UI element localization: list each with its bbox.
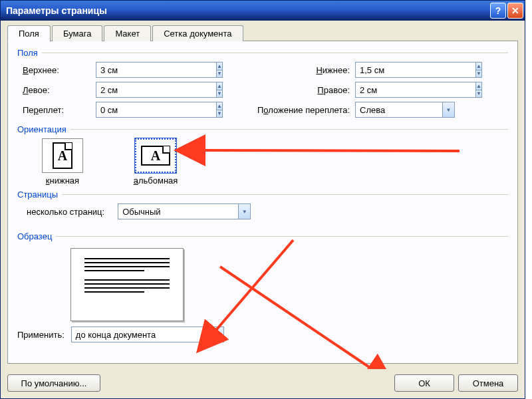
- orientation-portrait-button[interactable]: A книжная: [29, 138, 96, 186]
- help-icon: ?: [495, 5, 501, 16]
- right-margin-field[interactable]: [355, 82, 475, 98]
- page-setup-dialog: Параметры страницы ? ✕ Поля Бумага Макет…: [0, 0, 525, 399]
- gutter-spinner[interactable]: ▲ ▼: [216, 102, 223, 118]
- spinner-down-icon[interactable]: ▼: [476, 90, 481, 98]
- section-preview-label: Образец: [17, 231, 508, 241]
- tabpanel-fields: Поля Верхнее: ▲ ▼ Нижнее: ▲: [7, 41, 518, 364]
- apply-to-select[interactable]: до конца документа ▼: [71, 327, 224, 342]
- default-button[interactable]: По умолчанию...: [7, 374, 100, 392]
- section-pages-label: Страницы: [17, 190, 508, 200]
- titlebar: Параметры страницы ? ✕: [1, 1, 525, 21]
- left-margin-label: Левое:: [23, 85, 96, 95]
- right-margin-spinner[interactable]: ▲ ▼: [475, 82, 482, 98]
- tabstrip: Поля Бумага Макет Сетка документа: [7, 25, 518, 41]
- gutter-position-select[interactable]: Слева ▼: [355, 102, 455, 118]
- gutter-position-label: Положение переплета:: [235, 105, 355, 115]
- apply-row: Применить: до конца документа ▼: [17, 327, 508, 342]
- chevron-down-icon[interactable]: ▼: [442, 102, 454, 117]
- top-margin-spinner[interactable]: ▲ ▼: [216, 62, 223, 78]
- gutter-input[interactable]: ▲ ▼: [96, 102, 196, 118]
- gutter-field[interactable]: [96, 102, 216, 118]
- close-button[interactable]: ✕: [507, 3, 523, 19]
- section-orientation-label: Ориентация: [17, 124, 508, 134]
- left-margin-input[interactable]: ▲ ▼: [96, 82, 196, 98]
- section-margins-label: Поля: [17, 48, 508, 58]
- chevron-down-icon[interactable]: ▼: [238, 204, 250, 219]
- preview-page-thumbnail: [70, 248, 184, 321]
- gutter-label: Переплет:: [23, 105, 96, 115]
- multi-pages-select[interactable]: Обычный ▼: [118, 203, 251, 219]
- margins-grid: Верхнее: ▲ ▼ Нижнее: ▲ ▼: [23, 62, 508, 118]
- dialog-content: Поля Бумага Макет Сетка документа Поля В…: [1, 21, 525, 369]
- spinner-down-icon[interactable]: ▼: [476, 70, 481, 78]
- spinner-down-icon[interactable]: ▼: [217, 90, 222, 98]
- spinner-up-icon[interactable]: ▲: [217, 63, 222, 70]
- tab-layout[interactable]: Макет: [104, 25, 151, 41]
- bottom-margin-input[interactable]: ▲ ▼: [355, 62, 455, 78]
- cancel-button[interactable]: Отмена: [458, 374, 518, 392]
- gutter-position-value: Слева: [356, 102, 442, 117]
- apply-label: Применить:: [17, 330, 65, 340]
- right-margin-label: Правое:: [235, 85, 355, 95]
- spinner-down-icon[interactable]: ▼: [217, 70, 222, 78]
- tab-paper[interactable]: Бумага: [52, 25, 102, 41]
- help-button[interactable]: ?: [490, 3, 506, 19]
- spinner-down-icon[interactable]: ▼: [217, 110, 222, 118]
- chevron-down-icon[interactable]: ▼: [211, 327, 223, 342]
- multi-pages-value: Обычный: [118, 204, 238, 219]
- spinner-up-icon[interactable]: ▲: [217, 82, 222, 90]
- top-margin-field[interactable]: [96, 62, 216, 78]
- orientation-row: A книжная A альбомная: [29, 138, 508, 186]
- close-icon: ✕: [511, 5, 519, 16]
- spinner-up-icon[interactable]: ▲: [476, 63, 481, 70]
- bottom-margin-label: Нижнее:: [235, 65, 355, 75]
- tab-docgrid[interactable]: Сетка документа: [152, 25, 243, 41]
- bottom-margin-field[interactable]: [355, 62, 475, 78]
- left-margin-field[interactable]: [96, 82, 216, 98]
- tab-fields[interactable]: Поля: [7, 25, 51, 42]
- preview-area: [17, 248, 508, 321]
- spinner-up-icon[interactable]: ▲: [476, 82, 481, 90]
- multi-pages-label: несколько страниц:: [27, 207, 104, 217]
- pages-row: несколько страниц: Обычный ▼: [27, 203, 508, 219]
- portrait-icon: A: [42, 138, 83, 173]
- dialog-button-bar: По умолчанию... ОК Отмена: [1, 369, 525, 398]
- bottom-margin-spinner[interactable]: ▲ ▼: [475, 62, 482, 78]
- top-margin-input[interactable]: ▲ ▼: [96, 62, 196, 78]
- ok-button[interactable]: ОК: [394, 374, 454, 392]
- top-margin-label: Верхнее:: [23, 65, 96, 75]
- left-margin-spinner[interactable]: ▲ ▼: [216, 82, 223, 98]
- spinner-up-icon[interactable]: ▲: [217, 102, 222, 110]
- right-margin-input[interactable]: ▲ ▼: [355, 82, 455, 98]
- landscape-label: альбомная: [134, 176, 178, 186]
- landscape-icon: A: [135, 138, 176, 173]
- apply-to-value: до конца документа: [72, 327, 211, 342]
- portrait-label: книжная: [46, 176, 79, 186]
- orientation-landscape-button[interactable]: A альбомная: [122, 138, 189, 186]
- window-title: Параметры страницы: [6, 5, 489, 16]
